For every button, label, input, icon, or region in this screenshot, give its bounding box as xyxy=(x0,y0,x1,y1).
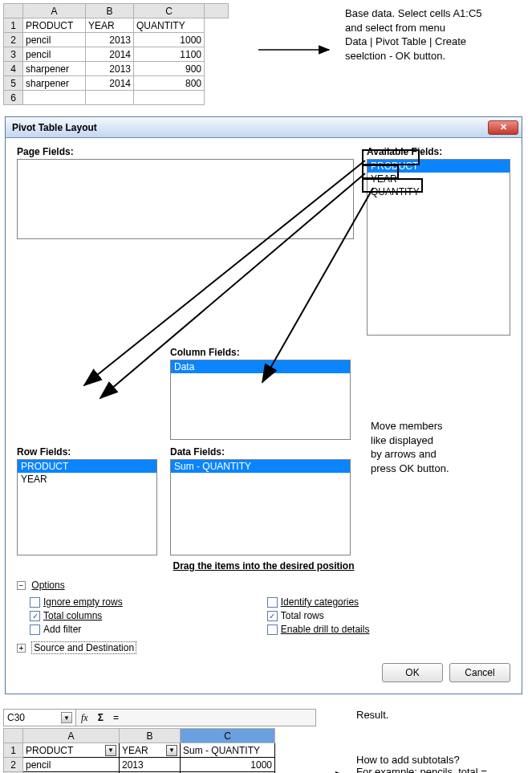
cell[interactable]: PRODUCT xyxy=(23,18,86,33)
opt-enable-drill[interactable]: Enable drill to details xyxy=(267,624,370,635)
row-6: 6 xyxy=(4,91,229,105)
cell[interactable]: PRODUCT▼ xyxy=(23,743,120,758)
cell[interactable]: 2014 xyxy=(86,76,134,91)
annotation-line: Data | Pivot Table | Create xyxy=(345,35,482,49)
checkbox-icon xyxy=(267,625,278,635)
opt-total-columns[interactable]: ✓Total columns xyxy=(30,610,123,621)
checkbox-icon xyxy=(30,597,40,608)
data-fields-list[interactable]: Sum - QUANTITY xyxy=(170,459,351,555)
cell[interactable]: YEAR▼ xyxy=(120,743,181,758)
cell[interactable]: pencil xyxy=(23,758,120,772)
cell[interactable]: 1000 xyxy=(181,758,275,772)
column-fields-list[interactable]: Data xyxy=(170,360,351,440)
row-header[interactable]: 1 xyxy=(4,18,23,33)
row-header[interactable]: 1 xyxy=(4,743,23,758)
col-header-B[interactable]: B xyxy=(86,4,134,18)
row-header[interactable]: 2 xyxy=(4,758,23,772)
available-field-year[interactable]: YEAR xyxy=(368,173,510,185)
cell-text: YEAR xyxy=(122,745,148,756)
cell[interactable]: 1100 xyxy=(134,47,205,62)
available-fields-list[interactable]: PRODUCT YEAR QUANTITY xyxy=(367,159,510,336)
annotation-line: Base data. Select cells A1:C5 xyxy=(345,6,482,21)
row-1: 1 PRODUCT YEAR QUANTITY xyxy=(4,18,229,33)
filter-dropdown-icon[interactable]: ▼ xyxy=(105,745,116,756)
equals-icon[interactable]: = xyxy=(108,712,124,723)
annotation-line: Move members xyxy=(371,419,502,433)
corner-cell[interactable] xyxy=(4,4,23,18)
available-field-product[interactable]: PRODUCT xyxy=(368,160,510,173)
cell[interactable]: 2013 xyxy=(120,758,181,772)
col-header-D-selected[interactable] xyxy=(205,4,229,18)
available-field-quantity[interactable]: QUANTITY xyxy=(368,185,510,198)
sum-icon[interactable]: Σ xyxy=(93,712,108,723)
row-fields-label: Row Fields: xyxy=(17,446,157,458)
cell[interactable]: 1000 xyxy=(134,33,205,47)
row-field-year[interactable]: YEAR xyxy=(18,473,156,486)
cell[interactable]: 900 xyxy=(134,62,205,76)
drag-hint: Drag the items into the desired position xyxy=(17,560,510,572)
annotation-line: by arrows and xyxy=(371,447,502,462)
fx-icon[interactable]: fx xyxy=(76,712,93,724)
cell[interactable]: sharpener xyxy=(23,62,86,76)
col-header-C-selected[interactable]: C xyxy=(181,729,275,743)
opt-total-rows[interactable]: ✓Total rows xyxy=(267,610,370,621)
cell-reference: C30 xyxy=(7,712,25,723)
cell[interactable]: sharpener xyxy=(23,76,86,91)
checkbox-icon xyxy=(267,597,278,608)
row-2: 2 pencil 2013 1000 xyxy=(4,758,275,772)
annotation-line: press OK button. xyxy=(371,462,502,476)
annotation-line: like displayed xyxy=(371,433,502,448)
annotation-subtotals: How to add subtotals? For example: penci… xyxy=(356,754,487,773)
cell[interactable]: pencil xyxy=(23,33,86,47)
col-header-A[interactable]: A xyxy=(23,4,86,18)
cell[interactable] xyxy=(23,91,86,105)
dialog-titlebar[interactable]: Pivot Table Layout ✕ xyxy=(6,117,522,138)
row-2: 2 pencil 2013 1000 xyxy=(4,33,229,47)
row-header[interactable]: 5 xyxy=(4,76,23,91)
cell[interactable]: 2013 xyxy=(86,62,134,76)
row-header[interactable]: 4 xyxy=(4,62,23,76)
annotation-line: seelction - OK button. xyxy=(345,49,482,63)
row-field-product[interactable]: PRODUCT xyxy=(18,460,156,473)
opt-add-filter[interactable]: Add filter xyxy=(30,624,123,635)
annotation-line: How to add subtotals? xyxy=(356,754,487,766)
cell[interactable]: Sum - QUANTITY xyxy=(181,743,275,758)
corner-cell[interactable] xyxy=(4,729,23,743)
cell[interactable]: pencil xyxy=(23,47,86,62)
filter-dropdown-icon[interactable]: ▼ xyxy=(166,745,177,756)
cell[interactable]: 800 xyxy=(134,76,205,91)
close-icon: ✕ xyxy=(500,122,507,132)
source-destination-toggle[interactable]: + Source and Destination xyxy=(17,642,510,653)
col-header-A[interactable]: A xyxy=(23,729,120,743)
opt-ignore-empty[interactable]: Ignore empty rows xyxy=(30,596,123,608)
cancel-button[interactable]: Cancel xyxy=(449,663,510,682)
options-toggle[interactable]: − Options xyxy=(17,580,510,591)
data-field-sumquantity[interactable]: Sum - QUANTITY xyxy=(171,460,350,473)
spreadsheet-result: A B C 1 PRODUCT▼ YEAR▼ Sum - QUANTITY 2 … xyxy=(3,728,275,773)
opt-identify-categories[interactable]: Identify categories xyxy=(267,596,370,608)
row-header[interactable]: 3 xyxy=(4,47,23,62)
cell[interactable]: 2014 xyxy=(86,47,134,62)
annotation-result: Result. xyxy=(356,709,388,721)
row-header[interactable]: 6 xyxy=(4,91,23,105)
dropdown-icon[interactable]: ▼ xyxy=(61,712,72,723)
options-label: Options xyxy=(31,580,64,591)
col-header-C[interactable]: C xyxy=(134,4,205,18)
column-field-data[interactable]: Data xyxy=(171,360,350,373)
opt-label: Enable drill to details xyxy=(281,624,370,635)
ok-button[interactable]: OK xyxy=(382,663,443,682)
cell[interactable]: 2013 xyxy=(86,33,134,47)
cell[interactable] xyxy=(134,91,205,105)
collapse-icon: − xyxy=(17,581,26,590)
row-header[interactable]: 2 xyxy=(4,33,23,47)
cell[interactable]: YEAR xyxy=(86,18,134,33)
cell[interactable] xyxy=(86,91,134,105)
annotation-line: For example: pencils_total = xyxy=(356,766,487,773)
page-fields-label: Page Fields: xyxy=(17,146,354,157)
cell[interactable]: QUANTITY xyxy=(134,18,205,33)
row-fields-list[interactable]: PRODUCT YEAR xyxy=(17,459,157,555)
page-fields-list[interactable] xyxy=(17,159,354,239)
close-button[interactable]: ✕ xyxy=(488,120,518,135)
col-header-B[interactable]: B xyxy=(120,729,181,743)
cell-reference-box[interactable]: C30 ▼ xyxy=(4,710,76,726)
